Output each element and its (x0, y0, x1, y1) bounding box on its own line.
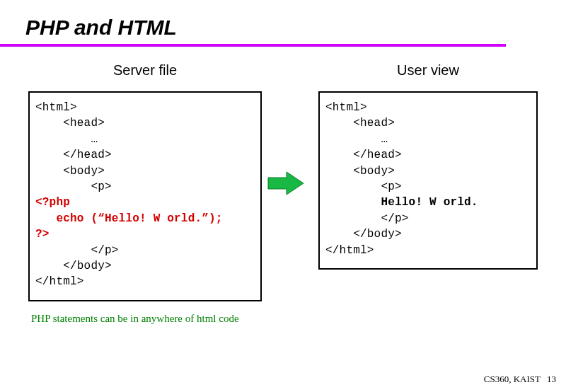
user-code-box: <html> <head> … </head> <body> <p> Hello… (318, 91, 538, 270)
code-line: </p> (325, 212, 409, 225)
arrow-icon (265, 171, 305, 196)
php-echo: echo (“Hello! W orld.”); (35, 212, 223, 225)
code-line: </html> (35, 275, 84, 288)
code-line: </p> (35, 244, 119, 257)
code-line: <head> (35, 117, 105, 129)
code-line: … (325, 133, 388, 146)
php-open: <?php (35, 196, 70, 209)
user-column: User view <html> <head> … </head> <body>… (318, 62, 538, 301)
code-line: </html> (325, 244, 374, 257)
output-line: Hello! W orld. (325, 196, 478, 209)
code-line: </head> (325, 149, 402, 161)
php-close: ?> (35, 228, 50, 241)
page-title: PHP and HTML (25, 16, 177, 39)
code-line: </head> (35, 149, 112, 161)
content-columns: Server file <html> <head> … </head> <bod… (0, 47, 566, 301)
server-heading: Server file (113, 62, 177, 79)
code-line: <head> (325, 117, 395, 129)
code-line: </body> (325, 228, 402, 241)
code-line: <p> (325, 180, 402, 193)
code-line: <html> (325, 101, 367, 114)
code-line: </body> (35, 260, 112, 272)
svg-marker-0 (268, 172, 304, 195)
user-heading: User view (397, 62, 459, 79)
code-line: <p> (35, 180, 112, 193)
server-column: Server file <html> <head> … </head> <bod… (28, 62, 262, 301)
slide-footer: CS360, KAIST 13 (484, 374, 556, 385)
code-line: <body> (325, 165, 395, 178)
course-label: CS360, KAIST (484, 374, 541, 384)
footnote: PHP statements can be in anywhere of htm… (31, 313, 566, 325)
server-code-box: <html> <head> … </head> <body> <p> <?php… (28, 91, 262, 301)
code-line: <html> (35, 101, 77, 114)
page-number: 13 (547, 374, 556, 384)
code-line: <body> (35, 165, 105, 178)
code-line: … (35, 133, 98, 146)
